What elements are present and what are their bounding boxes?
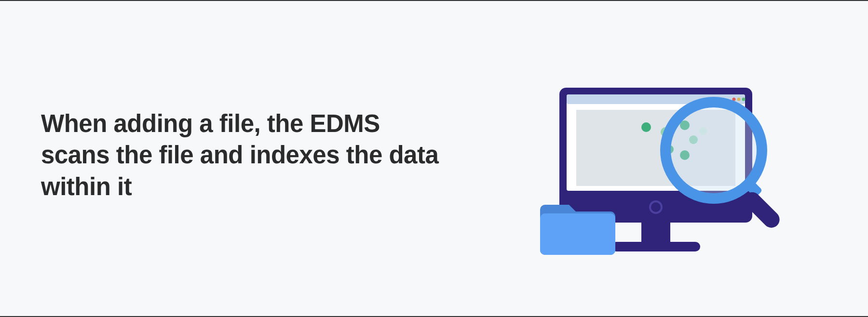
slide-headline: When adding a file, the EDMS scans the f… — [41, 108, 446, 202]
svg-point-7 — [641, 122, 651, 132]
svg-point-4 — [737, 98, 741, 101]
edms-scan-illustration — [540, 83, 791, 276]
slide: When adding a file, the EDMS scans the f… — [0, 1, 868, 317]
svg-rect-17 — [540, 213, 615, 255]
folder-icon — [540, 205, 615, 255]
svg-rect-16 — [611, 242, 700, 251]
svg-point-5 — [742, 98, 746, 101]
